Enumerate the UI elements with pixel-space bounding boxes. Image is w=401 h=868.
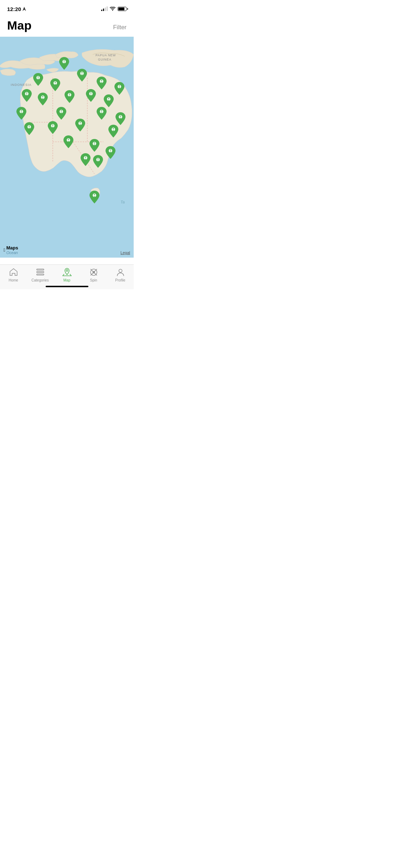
svg-point-70 <box>94 143 95 144</box>
maps-brand-text: Maps <box>6 245 18 250</box>
svg-point-82 <box>94 194 95 195</box>
signal-icon <box>101 7 108 11</box>
nav-header: Map Filter <box>0 16 134 37</box>
svg-point-40 <box>108 98 109 99</box>
tab-map-label: Map <box>63 278 70 282</box>
svg-point-55 <box>29 126 30 127</box>
status-bar: 12:20 <box>0 0 134 16</box>
tab-profile[interactable]: Profile <box>108 268 133 282</box>
apple-maps-logo:  Maps Ocean <box>4 245 18 255</box>
location-icon <box>22 7 26 11</box>
svg-rect-85 <box>37 269 44 270</box>
svg-point-10 <box>64 61 65 62</box>
svg-text:GUINEA: GUINEA <box>98 58 111 61</box>
svg-rect-86 <box>37 272 44 273</box>
svg-point-79 <box>98 159 99 160</box>
svg-text:Ta: Ta <box>120 200 125 204</box>
categories-icon <box>36 268 45 277</box>
legal-link[interactable]: Legal <box>120 250 130 255</box>
svg-point-49 <box>101 110 102 112</box>
battery-icon <box>118 7 127 11</box>
svg-point-46 <box>61 110 62 112</box>
svg-point-43 <box>21 110 22 112</box>
profile-icon <box>116 268 125 277</box>
tab-map[interactable]: Map <box>55 268 79 282</box>
svg-point-61 <box>80 122 81 123</box>
tab-spin-label: Spin <box>90 278 97 282</box>
home-icon <box>9 268 18 277</box>
svg-point-73 <box>110 150 111 151</box>
home-indicator <box>46 286 88 287</box>
svg-point-19 <box>55 82 56 83</box>
svg-point-25 <box>119 86 120 87</box>
svg-point-64 <box>113 128 114 129</box>
wifi-icon <box>110 7 115 11</box>
tab-categories-label: Categories <box>31 278 48 282</box>
map-svg: INDONESIA PAPUA NEW GUINEA <box>0 37 134 258</box>
svg-point-67 <box>68 139 69 140</box>
status-indicators <box>101 7 127 11</box>
svg-point-93 <box>119 269 122 273</box>
apple-logo-icon:  <box>4 247 5 253</box>
svg-point-34 <box>69 94 70 95</box>
svg-point-76 <box>85 157 86 158</box>
ocean-label: Ocean <box>6 250 18 255</box>
svg-point-88 <box>66 270 68 272</box>
tab-spin[interactable]: Spin <box>81 268 106 282</box>
svg-point-28 <box>26 93 27 94</box>
svg-point-37 <box>91 93 92 94</box>
svg-point-52 <box>120 116 121 117</box>
status-time: 12:20 <box>7 6 26 12</box>
svg-text:INDONESIA: INDONESIA <box>11 83 32 87</box>
map-attribution:  Maps Ocean <box>4 245 18 255</box>
svg-point-31 <box>42 96 43 97</box>
page-title: Map <box>7 19 32 32</box>
svg-point-13 <box>82 72 83 73</box>
svg-point-58 <box>52 125 53 126</box>
svg-text:PAPUA NEW: PAPUA NEW <box>96 53 116 57</box>
svg-point-16 <box>38 77 39 78</box>
filter-button[interactable]: Filter <box>113 24 127 32</box>
spin-icon <box>89 268 98 277</box>
map-container[interactable]: INDONESIA PAPUA NEW GUINEA <box>0 37 134 258</box>
tab-home-label: Home <box>9 278 18 282</box>
tab-profile-label: Profile <box>115 278 125 282</box>
svg-point-22 <box>101 80 102 81</box>
tab-categories[interactable]: Categories <box>28 268 53 282</box>
map-nav-icon <box>62 268 72 277</box>
svg-rect-87 <box>37 274 44 275</box>
tab-home[interactable]: Home <box>1 268 26 282</box>
